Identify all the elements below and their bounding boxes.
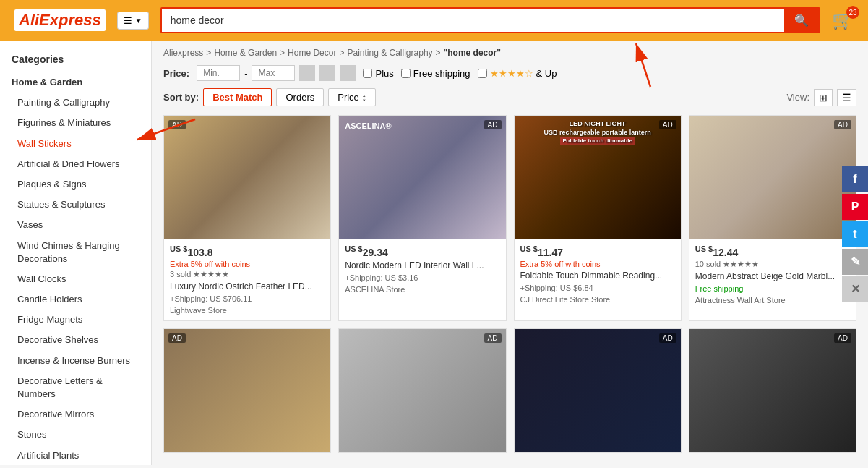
sidebar-item-wind-chimes[interactable]: Wind Chimes & Hanging Decorations bbox=[0, 236, 151, 269]
price-label: Price: bbox=[163, 68, 189, 79]
led-overlay: LED NIGHT LIGHTUSB rechargeable portable… bbox=[515, 120, 681, 145]
cart-badge: 23 bbox=[846, 6, 859, 19]
content-area: Aliexpress > Home & Garden > Home Decor … bbox=[152, 41, 868, 465]
plus-filter[interactable]: Plus bbox=[363, 68, 393, 79]
menu-button[interactable]: ☰ ▼ bbox=[117, 12, 149, 30]
product-card-5[interactable]: AD bbox=[163, 328, 331, 453]
sidebar-item-decorative-shelves[interactable]: Decorative Shelves bbox=[0, 330, 151, 350]
close-social-button[interactable]: ✕ bbox=[842, 276, 868, 302]
product-card-7[interactable]: AD bbox=[514, 328, 682, 453]
store-4[interactable]: Attractness Wall Art Store bbox=[695, 296, 850, 305]
view-grid-button[interactable]: ⊞ bbox=[814, 89, 833, 106]
plus-checkbox[interactable] bbox=[363, 69, 372, 78]
price-filter-btn-1[interactable] bbox=[299, 65, 315, 81]
sidebar-title: Categories bbox=[0, 49, 151, 72]
promo-text-3: Extra 5% off with coins bbox=[520, 260, 675, 268]
store-1[interactable]: Lightwave Store bbox=[170, 306, 325, 315]
product-title-1: Luxury Nordic Ostrich Feather LED... bbox=[170, 281, 325, 293]
sort-price[interactable]: Price ↕ bbox=[328, 88, 376, 106]
price-range: - bbox=[197, 65, 356, 81]
hamburger-icon: ☰ bbox=[124, 15, 132, 26]
shipping-1: +Shipping: US $706.11 bbox=[170, 294, 325, 303]
stars-checkbox[interactable] bbox=[478, 69, 487, 78]
ad-badge-6: AD bbox=[484, 333, 502, 343]
product-info-2: US $29.34 Nordic Modern LED Interior Wal… bbox=[339, 239, 505, 299]
shipping-4: Free shipping bbox=[695, 284, 850, 293]
sidebar-item-vases[interactable]: Vases bbox=[0, 215, 151, 235]
sold-info-1: 3 sold ★★★★★ bbox=[170, 270, 325, 279]
product-info-1: US $103.8 Extra 5% off with coins 3 sold… bbox=[164, 239, 330, 320]
sidebar-item-artificial-plants[interactable]: Artificial Plants bbox=[0, 446, 151, 465]
sidebar-item-figurines[interactable]: Figurines & Miniatures bbox=[0, 113, 151, 133]
sidebar-item-decorative-mirrors[interactable]: Decorative Mirrors bbox=[0, 404, 151, 425]
store-3[interactable]: CJ Direct Life Store Store bbox=[520, 295, 675, 304]
product-image-1: AD bbox=[164, 116, 330, 239]
product-image-7: AD bbox=[515, 329, 681, 452]
product-card-2[interactable]: ASCELINA® AD US $29.34 Nordic Modern LED… bbox=[338, 115, 506, 321]
products-grid: AD US $103.8 Extra 5% off with coins 3 s… bbox=[163, 115, 856, 453]
sidebar-item-home-garden[interactable]: Home & Garden bbox=[0, 72, 151, 93]
search-input[interactable] bbox=[162, 9, 784, 32]
product-image-2: ASCELINA® AD bbox=[339, 116, 505, 239]
edit-icon: ✎ bbox=[851, 255, 860, 268]
sidebar-item-decorative-letters[interactable]: Decorative Letters & Numbers bbox=[0, 371, 151, 404]
breadcrumb-painting[interactable]: Painting & Calligraphy bbox=[347, 48, 432, 58]
sidebar-item-wall-stickers[interactable]: Wall Stickers bbox=[0, 134, 151, 154]
product-card-3[interactable]: LED NIGHT LIGHTUSB rechargeable portable… bbox=[514, 115, 682, 321]
product-card-8[interactable]: AD bbox=[689, 328, 856, 453]
breadcrumb-home-decor[interactable]: Home Decor bbox=[288, 48, 336, 58]
store-2[interactable]: ASCELINA Store bbox=[345, 285, 499, 294]
sidebar-item-candle-holders[interactable]: Candle Holders bbox=[0, 289, 151, 310]
main-container: Categories Home & Garden Painting & Call… bbox=[0, 41, 868, 465]
free-shipping-filter[interactable]: Free shipping bbox=[401, 68, 470, 79]
social-sidebar: f P t ✎ ✕ bbox=[842, 166, 868, 302]
edit-button[interactable]: ✎ bbox=[842, 249, 868, 275]
breadcrumb-home-garden[interactable]: Home & Garden bbox=[214, 48, 277, 58]
twitter-button[interactable]: t bbox=[842, 221, 868, 247]
product-card-6[interactable]: AD bbox=[338, 328, 506, 453]
facebook-icon: f bbox=[853, 173, 856, 186]
filters-row: Price: - Plus Free shipping bbox=[163, 65, 856, 81]
sort-left: Sort by: Best Match Orders Price ↕ bbox=[163, 88, 376, 106]
sort-best-match[interactable]: Best Match bbox=[203, 88, 272, 106]
product-image-4: AD bbox=[689, 116, 856, 239]
product-card-4[interactable]: AD US $12.44 10 sold ★★★★★ Modern Abstra… bbox=[689, 115, 856, 321]
ad-badge-3: AD bbox=[659, 120, 676, 129]
sort-orders[interactable]: Orders bbox=[276, 88, 324, 106]
view-list-button[interactable]: ☰ bbox=[837, 89, 856, 106]
product-image-5: AD bbox=[164, 329, 330, 452]
sidebar-item-artificial-flowers[interactable]: Artificial & Dried Flowers bbox=[0, 154, 151, 174]
pinterest-button[interactable]: P bbox=[842, 194, 868, 220]
sidebar-item-wall-clocks[interactable]: Wall Clocks bbox=[0, 269, 151, 289]
product-price-3: US $11.47 bbox=[520, 244, 675, 258]
facebook-button[interactable]: f bbox=[842, 166, 868, 192]
sidebar-item-painting[interactable]: Painting & Calligraphy bbox=[0, 93, 151, 113]
cart-icon[interactable]: 🛒 23 bbox=[832, 10, 854, 30]
ad-badge-7: AD bbox=[659, 333, 676, 343]
product-title-3: Foldable Touch Dimmable Reading... bbox=[520, 271, 675, 282]
product-card-1[interactable]: AD US $103.8 Extra 5% off with coins 3 s… bbox=[163, 115, 331, 321]
product-info-4: US $12.44 10 sold ★★★★★ Modern Abstract … bbox=[689, 239, 856, 310]
breadcrumb-aliexpress[interactable]: Aliexpress bbox=[163, 48, 203, 58]
sidebar-item-incense[interactable]: Incense & Incense Burners bbox=[0, 351, 151, 371]
sidebar-item-statues[interactable]: Statues & Sculptures bbox=[0, 195, 151, 215]
product-title-2: Nordic Modern LED Interior Wall L... bbox=[345, 260, 499, 272]
price-max-input[interactable] bbox=[252, 65, 295, 81]
twitter-icon: t bbox=[853, 228, 856, 241]
header: AliExpress ☰ ▼ 🔍 🛒 23 bbox=[0, 0, 868, 41]
breadcrumb-current: "home decor" bbox=[444, 48, 501, 58]
sort-label: Sort by: bbox=[163, 92, 199, 103]
search-button[interactable]: 🔍 bbox=[784, 9, 819, 32]
price-filter-btn-2[interactable] bbox=[319, 65, 335, 81]
sidebar-item-fridge-magnets[interactable]: Fridge Magnets bbox=[0, 310, 151, 330]
free-shipping-checkbox[interactable] bbox=[401, 69, 411, 78]
price-filter-btn-3[interactable] bbox=[340, 65, 356, 81]
price-min-input[interactable] bbox=[197, 65, 240, 81]
sidebar-item-plaques[interactable]: Plaques & Signs bbox=[0, 174, 151, 195]
close-icon: ✕ bbox=[851, 282, 860, 296]
brand-overlay-2: ASCELINA® bbox=[345, 122, 391, 130]
sidebar-item-stones[interactable]: Stones bbox=[0, 425, 151, 445]
search-bar: 🔍 bbox=[160, 7, 820, 33]
search-icon: 🔍 bbox=[794, 14, 809, 27]
stars-filter[interactable]: ★★★★☆ & Up bbox=[478, 68, 557, 79]
